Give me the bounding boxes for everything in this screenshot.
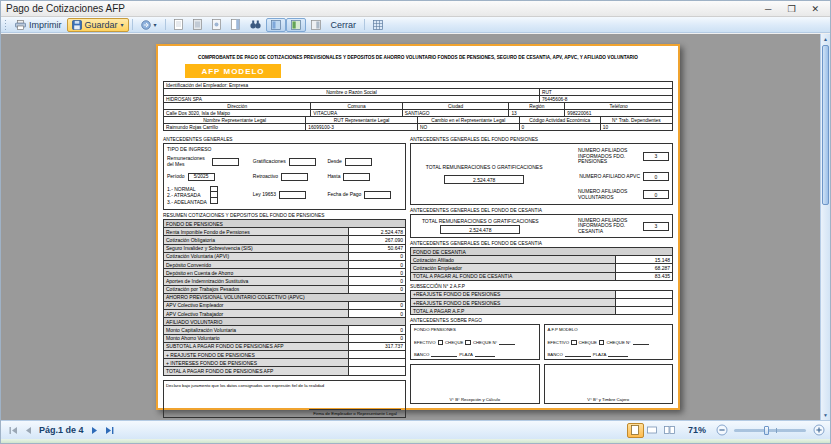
ley-label: Ley 19653 bbox=[253, 192, 276, 198]
cheque-n-line bbox=[499, 340, 515, 345]
cesantia-afiliados-value: 3 bbox=[643, 222, 669, 231]
page-color-button[interactable] bbox=[188, 18, 207, 32]
nav-prev-button[interactable] bbox=[20, 423, 35, 437]
region-value: 13 bbox=[509, 110, 565, 116]
row-label: Cotización Afiliado bbox=[411, 256, 616, 263]
scroll-up-button[interactable]: ▲ bbox=[821, 34, 830, 44]
vertical-scrollbar[interactable]: ▲ ▼ bbox=[820, 34, 830, 420]
desde-field: Desde bbox=[327, 156, 402, 168]
table-row: AFILIADO VOLUNTARIO bbox=[164, 317, 405, 325]
first-page-icon bbox=[8, 426, 18, 435]
total-remuneraciones-group: TOTAL REMUNERACIONES O GRATIFICACIONES 2… bbox=[414, 147, 554, 201]
row-label: AFILIADO VOLUNTARIO bbox=[164, 318, 405, 325]
banco-line bbox=[431, 352, 457, 357]
cesantia-afiliados-field: NUMERO AFILIADOS INFORMADOS FDO. CESANTI… bbox=[553, 218, 669, 235]
table-row: Seguro Invalidez y Sobrevivencia (SIS) 5… bbox=[164, 244, 405, 252]
zoom-slider-thumb[interactable] bbox=[764, 426, 769, 435]
toolbar-grip bbox=[4, 19, 7, 30]
page-setup-button[interactable] bbox=[169, 18, 188, 32]
table-row: +REAJUSTE FONDO DE PENSIONES bbox=[411, 291, 672, 298]
banco-label: BANCO bbox=[548, 352, 563, 357]
nav-first-button[interactable] bbox=[5, 423, 20, 437]
retroactivo-input bbox=[281, 173, 308, 181]
report-page: COMPROBANTE DE PAGO DE COTIZACIONES PREV… bbox=[156, 44, 680, 410]
view-toggle-thumbnails-button[interactable] bbox=[286, 18, 306, 32]
left-column: ANTECEDENTES GENERALES TIPO DE INGRESO R… bbox=[163, 134, 406, 418]
plaza-line bbox=[475, 352, 495, 357]
razon-social-label: Nombre o Razón Social bbox=[164, 89, 540, 95]
afiliado-apvc-field: NUMERO AFILIADO APVC 0 bbox=[554, 172, 669, 181]
section-fondo-pensiones-general: ANTECEDENTES GENERALES DEL FONDO PENSION… bbox=[410, 137, 673, 142]
tipo-atrasada-label: 2.- ATRASADA bbox=[167, 192, 207, 199]
row-value: 0 bbox=[349, 253, 405, 260]
table-row: Cotización Afiliado 15.148 bbox=[411, 255, 672, 263]
employer-section-title: Identificación del Empleador: Empresa bbox=[164, 82, 672, 88]
cheque-n-label: CHEQUE N° bbox=[473, 340, 497, 345]
zoom-out-button[interactable] bbox=[714, 423, 729, 437]
tipo-checkboxes bbox=[210, 186, 218, 204]
nav-last-button[interactable] bbox=[103, 423, 118, 437]
row-label: FONDO DE PENSIONES bbox=[164, 220, 405, 227]
view-mode-multipage-button[interactable] bbox=[661, 423, 678, 438]
page-navigation-bar: Pág.1 de 4 71% bbox=[1, 420, 830, 439]
minimize-button[interactable]: ─ bbox=[765, 2, 771, 16]
row-label: Monto Capitalización Voluntaria bbox=[164, 326, 349, 333]
remuneraciones-label: Remuneraciones del Mes bbox=[167, 156, 209, 168]
find-button[interactable] bbox=[245, 18, 266, 32]
close-button[interactable]: ✕ bbox=[811, 2, 819, 16]
nav-next-button[interactable] bbox=[88, 423, 103, 437]
page-margins-icon bbox=[231, 19, 240, 30]
hasta-label: Hasta bbox=[327, 174, 340, 180]
zoom-slider[interactable] bbox=[734, 429, 806, 432]
retroactivo-label: Retroactivo bbox=[253, 174, 278, 180]
view-mode-fit-width-button[interactable] bbox=[644, 423, 661, 438]
save-button[interactable]: Guardar ▾ bbox=[67, 18, 129, 32]
page-margins-button[interactable] bbox=[226, 18, 245, 32]
row-value: 0 bbox=[349, 326, 405, 333]
periodo-label: Período bbox=[167, 174, 185, 180]
scrollbar-thumb[interactable] bbox=[822, 45, 829, 205]
grid-button[interactable] bbox=[368, 18, 388, 32]
table-row: Aportes de Indemnización Sustitutiva 0 bbox=[164, 276, 405, 284]
cesantia-total-group: TOTAL REMUNERACIONES O GRATIFICACIONES 2… bbox=[414, 218, 547, 234]
vb-timbre-box: V° B° y Timbre Cajero bbox=[544, 364, 674, 404]
zoom-in-button[interactable] bbox=[811, 423, 826, 437]
row-label: Seguro Invalidez y Sobrevivencia (SIS) bbox=[164, 245, 349, 252]
table-row: Renta Imponible Fondo de Pensiones 2.524… bbox=[164, 227, 405, 235]
ley-input bbox=[279, 191, 306, 199]
declaration-box: Declaro bajo juramento que los datos con… bbox=[163, 380, 406, 418]
maximize-icon: ❒ bbox=[787, 4, 795, 14]
efectivo-label: EFECTIVO bbox=[414, 340, 436, 345]
remuneraciones-input bbox=[212, 158, 239, 166]
export-button[interactable]: ▾ bbox=[136, 18, 162, 32]
row-value bbox=[349, 359, 405, 366]
employer-value-row: Calle Dos 3020, Isla de Maipo VITACURA S… bbox=[164, 109, 672, 116]
fecha-pago-label: Fecha de Pago bbox=[327, 192, 361, 198]
pension-summary-table: FONDO DE PENSIONES Renta Imponible Fondo… bbox=[163, 219, 406, 376]
view-toggle-toc-button[interactable] bbox=[266, 18, 286, 32]
save-dropdown-icon[interactable]: ▾ bbox=[121, 21, 124, 28]
periodo-value: 5/2025 bbox=[188, 173, 215, 181]
page-blue-icon bbox=[271, 20, 281, 30]
page-help-button[interactable] bbox=[207, 18, 226, 32]
window-bottom-edge bbox=[1, 439, 830, 443]
table-row: FONDO DE PENSIONES bbox=[164, 220, 405, 227]
vb-timbre-label: V° B° y Timbre Cajero bbox=[587, 397, 629, 402]
scroll-down-button[interactable]: ▼ bbox=[821, 410, 830, 420]
banco-line bbox=[565, 352, 591, 357]
row-label: FONDO DE CESANTIA bbox=[411, 248, 672, 255]
row-label: + INTERESES FONDO DE PENSIONES bbox=[164, 359, 349, 366]
print-button[interactable]: Imprimir bbox=[10, 18, 67, 32]
row-label: Renta Imponible Fondo de Pensiones bbox=[164, 228, 349, 235]
afiliados-voluntarios-field: NUMERO AFILIADOS VOLUNTARIOS 0 bbox=[554, 189, 669, 200]
close-report-button[interactable]: Cerrar bbox=[326, 18, 362, 32]
row-label: APV Colectivo Empleador bbox=[164, 302, 349, 309]
view-toggle-split-button[interactable] bbox=[306, 18, 326, 32]
export-dropdown-icon[interactable]: ▾ bbox=[154, 21, 157, 28]
afiliado-apvc-label: NUMERO AFILIADO APVC bbox=[579, 174, 640, 180]
cheque-label: CHEQUE bbox=[445, 340, 463, 345]
maximize-button[interactable]: ❒ bbox=[787, 2, 795, 16]
view-mode-single-button[interactable] bbox=[627, 423, 644, 438]
retroactivo-field: Retroactivo bbox=[253, 173, 328, 181]
table-row: Cotización Voluntaria (APVI) 0 bbox=[164, 252, 405, 260]
